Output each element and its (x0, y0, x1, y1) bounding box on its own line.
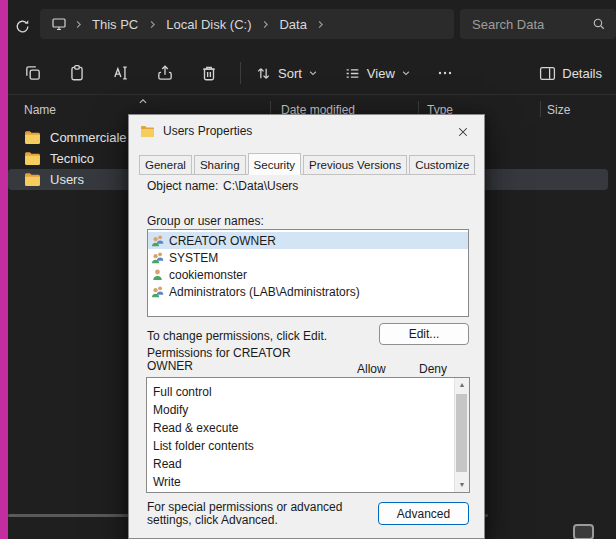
share-icon (156, 64, 174, 82)
principal-name: Administrators (LAB\Administrators) (169, 285, 360, 299)
group-icon (151, 285, 164, 298)
permission-name: Read & execute (153, 421, 238, 435)
trash-icon (200, 64, 218, 82)
object-name-label: Object name: (147, 179, 218, 193)
file-name: Users (50, 172, 84, 187)
search-box (460, 9, 616, 39)
refresh-button[interactable] (12, 16, 32, 36)
permission-row-write[interactable]: Write (153, 473, 469, 491)
chevron-down-icon (308, 68, 318, 78)
rename-button[interactable] (112, 64, 130, 82)
view-icon (344, 65, 361, 82)
group-icon (151, 251, 164, 264)
chevron-right-icon[interactable] (71, 16, 85, 32)
advanced-settings-text: For special permissions or advanced sett… (147, 501, 369, 527)
rename-icon (112, 64, 130, 82)
background-app-strip (0, 0, 8, 539)
breadcrumb-this-pc[interactable]: This PC (86, 15, 144, 34)
paste-button[interactable] (68, 64, 86, 82)
permissions-list[interactable]: Full control Modify Read & execute List … (146, 377, 470, 493)
view-button[interactable]: View (344, 65, 411, 82)
permission-row-modify[interactable]: Modify (153, 401, 469, 419)
allow-column-label: Allow (357, 362, 386, 376)
sort-ascending-icon (138, 97, 148, 105)
close-button[interactable] (450, 122, 476, 142)
view-label: View (367, 66, 395, 81)
permission-name: Write (153, 475, 181, 489)
permission-name: Full control (153, 385, 212, 399)
list-item-creator-owner[interactable]: CREATOR OWNER (148, 232, 468, 249)
vertical-scrollbar[interactable]: ▲ ▼ (454, 378, 469, 492)
search-icon (592, 17, 606, 31)
breadcrumb-data[interactable]: Data (273, 15, 312, 34)
dialog-tabs: General Sharing Security Previous Versio… (139, 152, 476, 175)
details-button[interactable]: Details (539, 65, 602, 82)
details-label: Details (562, 66, 602, 81)
tab-security[interactable]: Security (248, 153, 302, 175)
paste-icon (68, 64, 86, 82)
copy-button[interactable] (24, 64, 42, 82)
chevron-down-icon (401, 68, 411, 78)
more-button[interactable] (437, 65, 453, 81)
file-name: Commerciale (50, 130, 127, 145)
list-item-administrators[interactable]: Administrators (LAB\Administrators) (148, 283, 468, 300)
chevron-right-icon[interactable] (258, 16, 272, 32)
column-header-name[interactable]: Name (24, 103, 56, 117)
permission-row-full-control[interactable]: Full control (153, 383, 469, 401)
group-icon (151, 234, 164, 247)
principal-name: CREATOR OWNER (169, 234, 276, 248)
permission-row-list-folder-contents[interactable]: List folder contents (153, 437, 469, 455)
tab-sharing[interactable]: Sharing (194, 155, 246, 174)
tab-general[interactable]: General (139, 155, 192, 174)
permission-row-read[interactable]: Read (153, 455, 469, 473)
list-item-cookiemonster[interactable]: cookiemonster (148, 266, 468, 283)
user-icon (151, 268, 164, 281)
users-properties-dialog: Users Properties General Sharing Securit… (128, 114, 485, 539)
principal-name: cookiemonster (169, 268, 247, 282)
scroll-down-icon[interactable]: ▼ (455, 480, 469, 490)
tab-previous-versions[interactable]: Previous Versions (303, 155, 407, 174)
deny-column-label: Deny (419, 362, 447, 376)
change-permissions-text: To change permissions, click Edit. (147, 329, 327, 343)
permission-name: List folder contents (153, 439, 254, 453)
breadcrumb: This PC Local Disk (C:) Data (40, 9, 454, 39)
group-or-user-names-label: Group or user names: (147, 214, 264, 228)
dialog-title: Users Properties (163, 124, 252, 138)
sort-button[interactable]: Sort (255, 65, 318, 82)
search-input[interactable] (470, 16, 592, 33)
tab-customize[interactable]: Customize (409, 155, 475, 174)
principal-name: SYSTEM (169, 251, 218, 265)
column-divider[interactable] (540, 101, 541, 117)
permission-row-read-execute[interactable]: Read & execute (153, 419, 469, 437)
sort-icon (255, 65, 272, 82)
column-header-size[interactable]: Size (547, 103, 570, 117)
dialog-title-bar[interactable]: Users Properties (129, 115, 484, 147)
scroll-up-icon[interactable]: ▲ (455, 380, 469, 390)
refresh-icon (14, 18, 31, 35)
permissions-for-label: Permissions for CREATOR OWNER (147, 347, 307, 373)
share-button[interactable] (156, 64, 174, 82)
folder-icon (24, 130, 41, 145)
delete-button[interactable] (200, 64, 218, 82)
edit-button[interactable]: Edit... (379, 323, 469, 345)
folder-icon (24, 172, 41, 187)
vertical-scrollbar-thumb[interactable] (456, 394, 467, 472)
advanced-button[interactable]: Advanced (378, 502, 469, 525)
folder-icon (140, 125, 155, 138)
permission-name: Read (153, 457, 182, 471)
command-toolbar: Sort View Details (8, 52, 616, 95)
details-pane-icon (539, 65, 556, 82)
sort-label: Sort (278, 66, 302, 81)
this-pc-icon (51, 16, 67, 32)
copy-icon (24, 64, 42, 82)
group-user-list[interactable]: CREATOR OWNER SYSTEM cookiemonster Admin… (147, 229, 469, 317)
folder-icon (24, 151, 41, 166)
chevron-right-icon[interactable] (145, 16, 159, 32)
breadcrumb-local-disk-c[interactable]: Local Disk (C:) (160, 15, 257, 34)
object-name-value: C:\Data\Users (223, 179, 298, 193)
close-icon (457, 126, 469, 138)
list-item-system[interactable]: SYSTEM (148, 249, 468, 266)
file-name: Tecnico (50, 151, 94, 166)
permission-name: Modify (153, 403, 188, 417)
chevron-right-icon[interactable] (314, 16, 328, 32)
